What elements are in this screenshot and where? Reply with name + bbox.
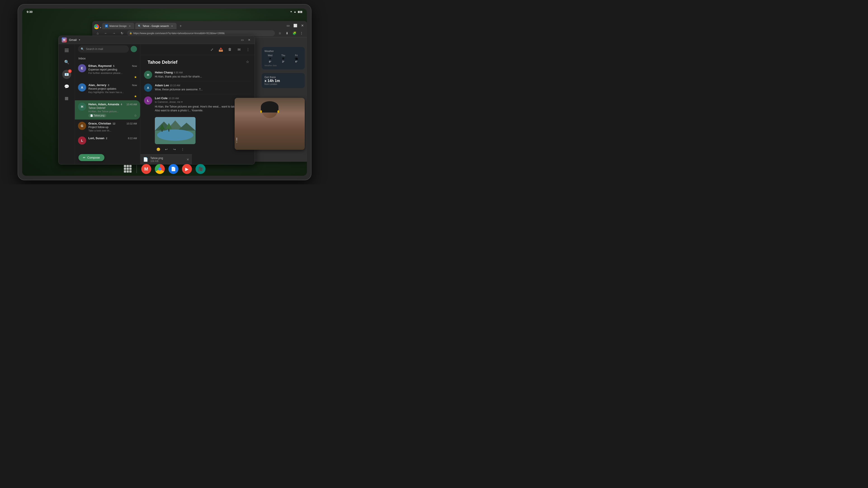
star-ethan[interactable]: ★	[134, 75, 137, 79]
more-actions-button[interactable]: ⋮	[244, 46, 252, 53]
email-sender-alan: Alan, Jerrery 3	[88, 84, 109, 87]
weather-wed-temp: 8°	[265, 60, 276, 63]
chrome-tab-tahoe-close[interactable]: ✕	[170, 24, 174, 28]
sidebar-search-button[interactable]: 🔍	[63, 58, 71, 66]
youtube-icon: ▶	[185, 166, 188, 172]
chrome-tab-material-label: Material Design	[110, 25, 127, 27]
email-footer-ethan: ★	[88, 75, 137, 79]
thread-sender-row-adam: Adam Lee 10:10 AM	[155, 84, 251, 87]
tablet-frame: 9:30 ✦ ▲ ▮▮▮ ▾ M Material Design ✕	[18, 4, 311, 180]
chrome-center-dot	[158, 167, 161, 170]
spaces-button[interactable]: ▦	[63, 94, 71, 102]
emoji-reaction-button[interactable]: 😊	[155, 146, 162, 153]
thread-content-helen: Helen Chang 9:30 AM Hi Alan, thank you s…	[155, 71, 251, 79]
email-time-grace: 10:32 AM	[127, 122, 137, 125]
earring-right	[277, 110, 279, 113]
email-item-ethan[interactable]: E Ethan, Raymond 5 Now Expense report pe…	[75, 62, 140, 81]
taskbar-youtube-button[interactable]: ▶	[182, 164, 192, 174]
delete-button[interactable]: 🗑	[226, 46, 234, 53]
apps-grid-button[interactable]	[124, 165, 132, 173]
star-detail-button[interactable]: ☆	[244, 58, 251, 66]
file-attachment-close[interactable]: ✕	[186, 158, 189, 161]
weather-wed-label: Wed	[265, 54, 276, 57]
attachment-tahoe[interactable]: 📄 Tahoe.png	[88, 114, 106, 117]
taskbar-docs-button[interactable]: 📄	[168, 164, 178, 174]
weather-thu-label: Thu	[278, 54, 289, 57]
chrome-tab-tahoe-label: Tahoe - Google sesarch	[143, 25, 169, 27]
video-call-window	[235, 98, 305, 150]
gmail-body: 🔍 📧 2 💬 ▦ 🔍 Search in mail	[59, 44, 255, 164]
taskbar-gmail-button[interactable]: M	[141, 164, 151, 174]
reply-button[interactable]: ↩	[163, 146, 170, 153]
gmail-titlebar: M Gmail ▾ ▭ ✕	[59, 36, 255, 44]
weather-widget: Weather Wed ☀ 8° Thu ❄ 3° Fri 🌥 4°	[262, 47, 305, 69]
status-bar: 9:30 ✦ ▲ ▮▮▮	[22, 8, 307, 15]
email-sender-row-grace: Grace, Christian 12 10:32 AM	[88, 122, 137, 125]
email-sender-row-alan: Alan, Jerrery 3 Now	[88, 84, 137, 87]
taskbar-chrome-button[interactable]	[155, 164, 165, 174]
weather-day-thu: Thu ❄ 3°	[278, 54, 289, 63]
weather-thu-icon: ❄	[278, 57, 289, 60]
notifications-button[interactable]: 📧 2	[62, 70, 71, 79]
travel-label: Get there	[265, 76, 302, 79]
new-tab-button[interactable]: +	[178, 23, 184, 29]
compose-pencil-icon: ✏	[83, 156, 86, 159]
email-item-helen[interactable]: H Helen, Adam, Amanda 4 10:40 AM Tahoe D…	[75, 100, 140, 120]
email-item-alan[interactable]: A Alan, Jerrery 3 Now Recent project upd…	[75, 81, 140, 100]
nav-refresh-button[interactable]: ↻	[119, 30, 125, 36]
weather-fri-label: Fri	[291, 54, 302, 57]
hamburger-menu-button[interactable]	[63, 46, 71, 55]
taskbar-meet-button[interactable]: 🎥	[195, 164, 206, 174]
search-bar[interactable]: 🔍 Search in mail	[78, 45, 129, 53]
gmail-restore-button[interactable]: ▭	[240, 37, 245, 42]
thread-content-adam: Adam Lee 10:10 AM Wow, these picturese a…	[155, 84, 251, 92]
compose-button[interactable]: ✏ Compose	[79, 154, 104, 161]
taskbar-separator	[136, 165, 137, 173]
toolbar-actions: ☆ ⬇ 🧩 ⋮	[277, 30, 305, 36]
chrome-tab-tahoe[interactable]: 🔍 Tahoe - Google sesarch ✕	[135, 23, 177, 29]
user-avatar[interactable]	[131, 46, 137, 52]
more-options-button[interactable]: ⋮	[179, 146, 186, 153]
email-subject-grace: Project follow-up	[88, 126, 137, 129]
email-item-lori[interactable]: L Lori, Susan 2 8:22 AM	[75, 134, 140, 147]
chrome-maximize-button[interactable]: ⬜	[292, 23, 298, 28]
weather-title: Weather	[265, 50, 302, 53]
extensions-button[interactable]: 🧩	[291, 30, 298, 36]
gmail-sidebar: 🔍 📧 2 💬 ▦	[59, 44, 75, 164]
chrome-tab-material-close[interactable]: ✕	[128, 24, 131, 28]
file-size: 106 KB	[150, 160, 163, 162]
chat-button[interactable]: 💬	[63, 83, 71, 91]
gmail-close-button[interactable]: ✕	[247, 37, 252, 42]
nav-forward-button[interactable]: →	[111, 30, 117, 36]
meet-icon: 🎥	[198, 166, 203, 171]
chrome-menu-button[interactable]: ⋮	[298, 30, 305, 36]
chrome-minimize-button[interactable]: ▭	[285, 23, 291, 28]
search-placeholder: Search in mail	[86, 47, 103, 51]
apps-grid-icon	[124, 165, 132, 173]
chrome-tab-material[interactable]: M Material Design ✕	[102, 23, 134, 29]
avatar-lori: L	[78, 136, 86, 144]
avatar-alan: A	[78, 84, 86, 92]
star-alan[interactable]: ★	[134, 94, 137, 98]
forward-button[interactable]: ↪	[171, 146, 178, 153]
chrome-close-button[interactable]: ✕	[300, 23, 305, 28]
address-bar[interactable]: 🔒 https://www.google.com/search?q=lake+t…	[127, 30, 275, 36]
email-sender-row-lori: Lori, Susan 2 8:22 AM	[88, 136, 137, 140]
lake-image[interactable]	[155, 117, 195, 144]
archive-button[interactable]: 📥	[217, 46, 224, 53]
file-type-icon: 📄	[143, 157, 148, 162]
gmail-dropdown-icon[interactable]: ▾	[79, 38, 80, 41]
expand-button[interactable]: ⤢	[208, 46, 215, 53]
gmail-app-icon: M	[62, 37, 67, 42]
star-helen[interactable]: ☆	[134, 113, 137, 117]
avatar-ethan: E	[78, 64, 86, 72]
email-item-grace[interactable]: G Grace, Christian 12 10:32 AM Project f…	[75, 120, 140, 134]
menu-line-3	[65, 52, 69, 52]
unread-button[interactable]: ✉	[235, 46, 243, 53]
bookmark-button[interactable]: ☆	[277, 30, 283, 36]
download-button[interactable]: ⬇	[284, 30, 290, 36]
email-sender-lori: Lori, Susan 2	[88, 136, 107, 140]
email-preview-helen: Hi Alan, the Tahoe picture...	[88, 110, 137, 113]
nav-home-button[interactable]: ⌂	[94, 30, 101, 36]
nav-back-button[interactable]: ←	[103, 30, 109, 36]
